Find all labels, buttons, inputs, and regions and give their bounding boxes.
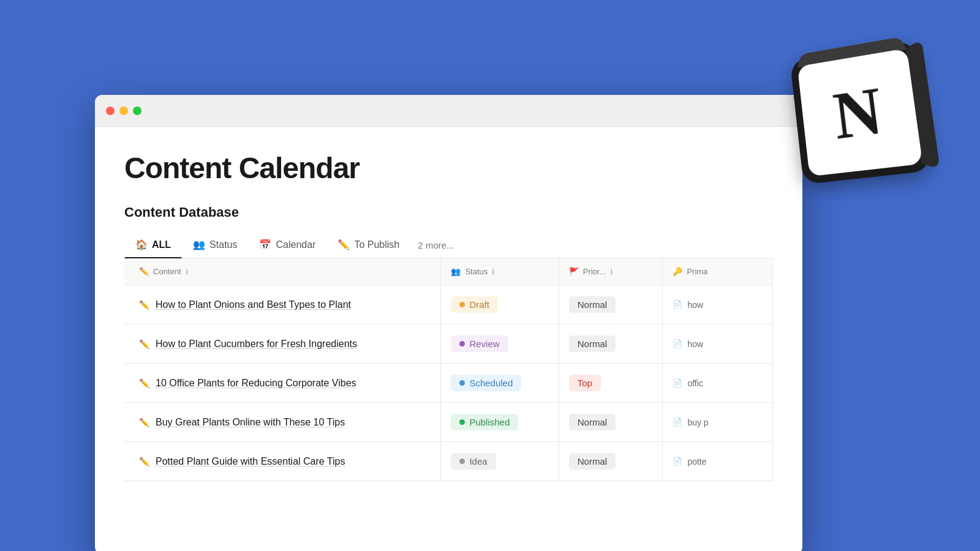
content-cell-0: ✏️ How to Plant Onions and Best Types to… bbox=[139, 299, 431, 310]
status-badge-1: Review bbox=[451, 335, 508, 352]
content-cell-3: ✏️ Buy Great Plants Online with These 10… bbox=[139, 417, 431, 428]
status-col-icon: 👥 bbox=[451, 267, 461, 276]
tab-to-publish[interactable]: ✏️ To Publish bbox=[326, 233, 410, 258]
minimize-button[interactable] bbox=[119, 107, 128, 115]
status-dot-1 bbox=[459, 341, 465, 347]
table-row[interactable]: ✏️ 10 Office Plants for Reducing Corpora… bbox=[124, 364, 773, 403]
priority-col-info: ℹ bbox=[610, 268, 613, 276]
content-cell-4: ✏️ Potted Plant Guide with Essential Car… bbox=[139, 456, 431, 467]
status-label-2: Scheduled bbox=[469, 378, 513, 388]
row-icon-2: ✏️ bbox=[139, 378, 149, 388]
status-label-1: Review bbox=[469, 339, 499, 349]
app-window: Content Calendar Content Database 🏠 ALL … bbox=[95, 95, 802, 551]
status-dot-3 bbox=[459, 419, 465, 425]
tab-calendar-label: Calendar bbox=[276, 239, 315, 250]
priority-badge-0: Normal bbox=[569, 296, 616, 313]
content-title-4[interactable]: Potted Plant Guide with Essential Care T… bbox=[156, 456, 345, 467]
priority-badge-2: Top bbox=[569, 375, 601, 391]
status-badge-3: Published bbox=[451, 414, 518, 430]
priority-label-0: Normal bbox=[578, 299, 607, 310]
notion-n-letter: N bbox=[830, 77, 886, 150]
status-badge-4: Idea bbox=[451, 453, 496, 470]
status-col-info: ℹ bbox=[492, 268, 495, 276]
content-title-2[interactable]: 10 Office Plants for Reducing Corporate … bbox=[156, 378, 356, 389]
status-badge-0: Draft bbox=[451, 296, 498, 313]
priority-col-icon: 🚩 bbox=[569, 267, 579, 276]
status-label-3: Published bbox=[469, 417, 510, 427]
content-title-0[interactable]: How to Plant Onions and Best Types to Pl… bbox=[156, 299, 351, 310]
tab-all[interactable]: 🏠 ALL bbox=[124, 233, 182, 258]
row-icon-4: ✏️ bbox=[139, 457, 149, 467]
priority-label-2: Top bbox=[578, 378, 592, 388]
status-dot-4 bbox=[459, 459, 465, 464]
tab-more-label: 2 more... bbox=[418, 240, 454, 250]
th-status: 👥 Status ℹ bbox=[441, 258, 559, 285]
primary-doc-icon-1: 📄 bbox=[673, 339, 682, 348]
content-area: Content Calendar Content Database 🏠 ALL … bbox=[95, 127, 802, 481]
priority-badge-3: Normal bbox=[569, 414, 616, 430]
table-row[interactable]: ✏️ Buy Great Plants Online with These 10… bbox=[124, 403, 773, 442]
calendar-tab-icon: 📅 bbox=[259, 239, 271, 250]
status-tab-icon: 👥 bbox=[193, 239, 205, 250]
priority-badge-4: Normal bbox=[569, 453, 616, 470]
content-title-1[interactable]: How to Plant Cucumbers for Fresh Ingredi… bbox=[156, 339, 357, 350]
row-icon-0: ✏️ bbox=[139, 300, 149, 310]
content-col-info: ℹ bbox=[186, 268, 189, 276]
th-content: ✏️ Content ℹ bbox=[124, 258, 441, 285]
status-dot-0 bbox=[459, 302, 465, 307]
content-cell-2: ✏️ 10 Office Plants for Reducing Corpora… bbox=[139, 378, 431, 389]
tab-more[interactable]: 2 more... bbox=[410, 234, 461, 257]
close-button[interactable] bbox=[106, 107, 115, 115]
th-priority: 🚩 Prior... ℹ bbox=[559, 258, 663, 285]
tabs-bar: 🏠 ALL 👥 Status 📅 Calendar ✏️ To Publish … bbox=[124, 233, 773, 258]
tab-calendar[interactable]: 📅 Calendar bbox=[248, 233, 326, 258]
section-title: Content Database bbox=[124, 204, 773, 220]
primary-value-3: buy p bbox=[687, 418, 708, 427]
priority-label-1: Normal bbox=[578, 339, 607, 349]
primary-cell-4: 📄 potte bbox=[673, 457, 763, 467]
content-col-icon: ✏️ bbox=[139, 267, 149, 276]
primary-doc-icon-0: 📄 bbox=[673, 300, 682, 309]
table-row[interactable]: ✏️ Potted Plant Guide with Essential Car… bbox=[124, 442, 773, 481]
primary-doc-icon-3: 📄 bbox=[673, 418, 682, 427]
table-header-row: ✏️ Content ℹ 👥 Status ℹ bbox=[124, 258, 773, 285]
status-dot-2 bbox=[459, 380, 465, 386]
maximize-button[interactable] bbox=[133, 107, 141, 115]
primary-cell-1: 📄 how bbox=[673, 339, 763, 349]
primary-doc-icon-4: 📄 bbox=[673, 457, 682, 466]
priority-label-4: Normal bbox=[578, 456, 607, 467]
row-icon-3: ✏️ bbox=[139, 418, 149, 427]
publish-tab-icon: ✏️ bbox=[337, 239, 350, 250]
primary-cell-2: 📄 offic bbox=[673, 378, 763, 388]
primary-cell-0: 📄 how bbox=[673, 300, 763, 310]
status-badge-2: Scheduled bbox=[451, 375, 521, 391]
status-label-4: Idea bbox=[469, 456, 487, 467]
content-table: ✏️ Content ℹ 👥 Status ℹ bbox=[124, 258, 773, 481]
primary-value-4: potte bbox=[687, 457, 706, 467]
primary-value-1: how bbox=[687, 339, 703, 349]
primary-col-icon: 🔑 bbox=[673, 267, 682, 276]
primary-value-2: offic bbox=[687, 378, 703, 388]
table-row[interactable]: ✏️ How to Plant Cucumbers for Fresh Ingr… bbox=[124, 324, 773, 364]
content-title-3[interactable]: Buy Great Plants Online with These 10 Ti… bbox=[156, 417, 345, 428]
tab-to-publish-label: To Publish bbox=[354, 239, 399, 250]
th-primary: 🔑 Prima bbox=[663, 258, 773, 285]
primary-cell-3: 📄 buy p bbox=[673, 418, 763, 427]
priority-badge-1: Normal bbox=[569, 335, 616, 352]
tab-all-label: ALL bbox=[152, 239, 171, 250]
status-label-0: Draft bbox=[469, 299, 489, 310]
tab-status-label: Status bbox=[209, 239, 237, 250]
table-row[interactable]: ✏️ How to Plant Onions and Best Types to… bbox=[124, 285, 773, 324]
tab-status[interactable]: 👥 Status bbox=[182, 233, 248, 258]
content-cell-1: ✏️ How to Plant Cucumbers for Fresh Ingr… bbox=[139, 339, 431, 350]
page-title: Content Calendar bbox=[124, 151, 773, 185]
titlebar bbox=[95, 95, 802, 127]
notion-logo: N bbox=[784, 37, 931, 190]
home-icon: 🏠 bbox=[135, 239, 148, 250]
row-icon-1: ✏️ bbox=[139, 339, 149, 349]
priority-label-3: Normal bbox=[578, 417, 607, 427]
primary-value-0: how bbox=[687, 300, 703, 310]
primary-doc-icon-2: 📄 bbox=[673, 378, 682, 388]
